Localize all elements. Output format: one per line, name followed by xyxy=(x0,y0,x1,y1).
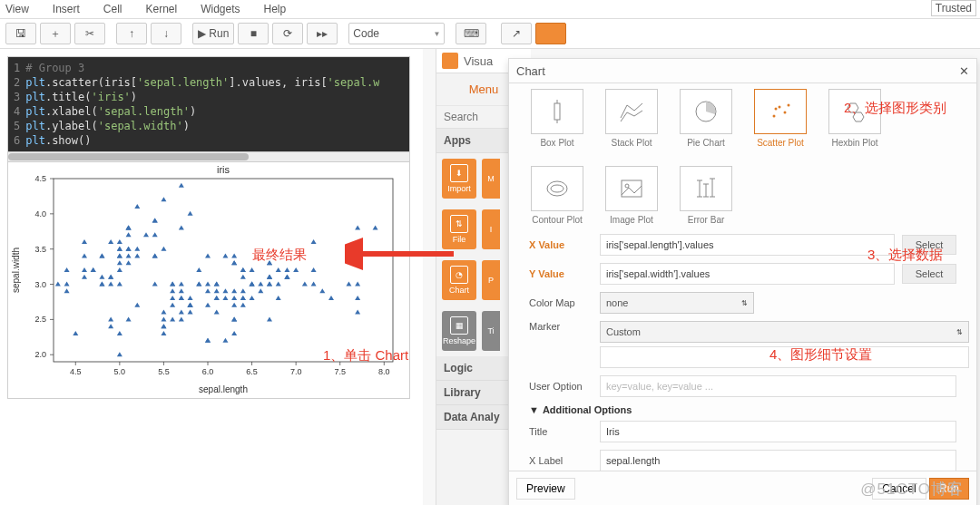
additional-options-toggle[interactable]: ▼Additional Options xyxy=(529,404,956,415)
code-cell[interactable]: 123456 # Group 3 plt.scatter(iris['sepal… xyxy=(7,56,410,399)
svg-text:3.5: 3.5 xyxy=(34,245,46,254)
marker-input[interactable] xyxy=(600,346,969,368)
svg-point-39 xyxy=(788,104,790,107)
yvalue-select-button[interactable]: Select xyxy=(902,264,956,284)
fastforward-button[interactable]: ▸▸ xyxy=(307,23,338,44)
svg-point-38 xyxy=(784,112,787,114)
line-gutter: 123456 xyxy=(14,61,25,148)
xvalue-label: X Value xyxy=(529,239,593,250)
code-source[interactable]: # Group 3 plt.scatter(iris['sepal.length… xyxy=(25,61,379,148)
svg-text:7.5: 7.5 xyxy=(334,367,346,376)
yvalue-label: Y Value xyxy=(529,268,593,279)
move-up-button[interactable]: ↑ xyxy=(116,23,147,44)
move-down-button[interactable]: ↓ xyxy=(151,23,181,44)
chart-type-hexbin[interactable]: Hexbin Plot xyxy=(827,89,883,148)
chevron-down-icon: ▼ xyxy=(529,404,539,415)
cell-type-select[interactable]: Code▼ xyxy=(348,23,445,44)
xlabel-label: X Label xyxy=(529,455,593,466)
svg-rect-32 xyxy=(554,103,560,120)
svg-text:6.0: 6.0 xyxy=(202,367,214,376)
svg-marker-41 xyxy=(848,103,858,112)
close-icon[interactable]: ✕ xyxy=(959,64,969,78)
save-button[interactable]: 🖫 xyxy=(5,23,36,44)
svg-point-46 xyxy=(625,184,629,188)
chart-type-pie[interactable]: Pie Chart xyxy=(678,89,734,148)
svg-text:7.0: 7.0 xyxy=(290,367,302,376)
app-tile-p[interactable]: P xyxy=(482,260,500,300)
app-tile-i[interactable]: I xyxy=(482,209,500,249)
keyboard-button[interactable]: ⌨ xyxy=(456,23,486,44)
menu-insert[interactable]: Insert xyxy=(53,3,80,15)
svg-text:5.5: 5.5 xyxy=(158,367,170,376)
svg-point-43 xyxy=(547,181,567,196)
svg-point-36 xyxy=(773,115,776,118)
restart-button[interactable]: ⟳ xyxy=(272,23,303,44)
trusted-badge[interactable]: Trusted xyxy=(931,0,976,16)
colormap-label: Color Map xyxy=(529,297,593,308)
yvalue-input[interactable] xyxy=(600,263,895,285)
xlabel-input[interactable] xyxy=(600,450,956,471)
svg-text:2.5: 2.5 xyxy=(34,315,46,324)
svg-text:5.0: 5.0 xyxy=(114,367,126,376)
svg-text:iris: iris xyxy=(217,164,230,175)
run-button[interactable]: ▶ Run xyxy=(192,23,234,44)
menu-kernel[interactable]: Kernel xyxy=(145,3,177,15)
add-cell-button[interactable]: ＋ xyxy=(40,23,71,44)
svg-text:4.5: 4.5 xyxy=(70,367,82,376)
app-tile-file[interactable]: ⇅File xyxy=(442,209,476,249)
command-button[interactable]: ↗ xyxy=(501,23,532,44)
svg-text:2.0: 2.0 xyxy=(34,350,46,359)
svg-text:3.0: 3.0 xyxy=(34,280,46,289)
app-tile-reshape[interactable]: ▦Reshape xyxy=(442,311,476,351)
svg-point-44 xyxy=(551,185,564,192)
chart-type-contour[interactable]: Contour Plot xyxy=(529,166,585,225)
svg-rect-0 xyxy=(54,179,393,362)
chart-type-errorbar[interactable]: Error Bar xyxy=(678,166,734,225)
app-tile-ti[interactable]: Ti xyxy=(482,311,500,351)
svg-text:8.0: 8.0 xyxy=(378,367,390,376)
menu-cell[interactable]: Cell xyxy=(103,3,122,15)
preview-button[interactable]: Preview xyxy=(516,478,575,500)
code-scrollbar[interactable] xyxy=(8,151,409,162)
xvalue-select-button[interactable]: Select xyxy=(902,235,956,255)
brand-logo-icon xyxy=(442,53,458,69)
chart-type-image[interactable]: Image Plot xyxy=(603,166,660,225)
chart-panel-title: Chart xyxy=(516,64,545,78)
colormap-select[interactable]: none⇅ xyxy=(600,292,754,314)
title-input[interactable] xyxy=(600,421,956,442)
chart-panel: Chart ✕ Box Plot Stack Plot Pie Chart Sc… xyxy=(508,58,977,505)
chart-type-stack[interactable]: Stack Plot xyxy=(603,89,660,148)
brand-title: Visua xyxy=(464,54,493,68)
useroption-input[interactable] xyxy=(600,375,956,397)
svg-text:sepal.length: sepal.length xyxy=(199,384,248,394)
svg-marker-42 xyxy=(853,112,864,121)
useroption-label: User Option xyxy=(529,381,593,392)
svg-text:4.0: 4.0 xyxy=(34,209,46,219)
menu-widgets[interactable]: Widgets xyxy=(201,3,240,15)
app-tile-import[interactable]: ⬇Import xyxy=(442,159,476,199)
svg-text:4.5: 4.5 xyxy=(34,174,46,183)
svg-point-40 xyxy=(775,108,778,111)
watermark: @51CTO博客 xyxy=(860,479,964,500)
plot-output: iris4.55.05.56.06.57.07.58.02.02.53.03.5… xyxy=(8,162,409,398)
menu-view[interactable]: View xyxy=(5,3,29,15)
cut-button[interactable]: ✂ xyxy=(74,23,105,44)
stop-button[interactable]: ■ xyxy=(238,23,269,44)
menu-help[interactable]: Help xyxy=(264,3,287,15)
app-tile-chart[interactable]: ◔Chart xyxy=(442,260,476,300)
chart-type-scatter[interactable]: Scatter Plot xyxy=(752,89,808,148)
svg-text:sepal.width: sepal.width xyxy=(11,248,21,293)
svg-text:6.5: 6.5 xyxy=(246,367,258,376)
chart-type-box[interactable]: Box Plot xyxy=(529,89,585,148)
xvalue-input[interactable] xyxy=(600,234,895,256)
marker-label: Marker xyxy=(529,321,593,332)
svg-point-37 xyxy=(779,106,781,109)
visualpython-button[interactable] xyxy=(535,23,566,44)
marker-custom-select[interactable]: Custom⇅ xyxy=(600,321,969,343)
app-tile-m[interactable]: M xyxy=(482,159,500,199)
title-label: Title xyxy=(529,426,593,437)
